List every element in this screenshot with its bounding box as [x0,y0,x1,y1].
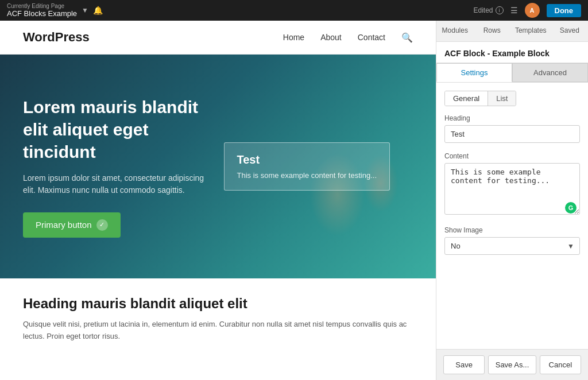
content-textarea[interactable]: This is some example content for testing… [444,163,580,215]
tab-settings[interactable]: Settings [436,63,512,82]
chevron-down-icon[interactable]: ▼ [82,6,88,14]
primary-button[interactable]: Primary button ✓ [23,212,121,238]
tab-saved[interactable]: Saved [551,21,588,41]
tab-modules[interactable]: Modules [436,21,473,41]
heading-field-group: Heading [444,114,580,143]
show-image-select-wrapper: No Yes ▼ [444,237,580,255]
subtab-list[interactable]: List [488,91,516,106]
avatar[interactable]: A [525,3,540,18]
edited-label: Edited i [473,6,503,14]
tab-advanced[interactable]: Advanced [512,63,588,82]
hero-section: Lorem mauris blandit elit aliquet eget t… [0,55,436,278]
show-image-select[interactable]: No Yes [444,237,580,255]
nav-contact[interactable]: Contact [358,33,385,42]
bell-icon[interactable]: 🔔 [93,6,103,15]
acf-block-card: Test This is some example content for te… [224,142,390,191]
grammarly-icon: G [565,202,577,214]
right-panel: Modules Rows Templates Saved ACF Block -… [436,21,588,380]
hero-subtitle: Lorem ipsum dolor sit amet, consectetur … [23,172,216,196]
hero-title: Lorem mauris blandit elit aliquet eget t… [23,96,216,163]
show-image-field-group: Show Image No Yes ▼ [444,226,580,255]
done-button[interactable]: Done [547,4,582,17]
admin-bar-subtitle: Currently Editing Page [7,3,77,9]
acf-block-card-title: Test [237,153,377,166]
tab-rows[interactable]: Rows [473,21,510,41]
section-heading: Heading mauris blandit aliquet elit [23,296,413,312]
main-layout: WordPress Home About Contact 🔍 Lorem mau… [0,21,588,380]
tab-templates[interactable]: Templates [510,21,551,41]
acf-block-card-content: This is some example content for testing… [237,171,377,180]
section-text: Quisque velit nisi, pretium ut lacinia i… [23,319,413,343]
content-section: Heading mauris blandit aliquet elit Quis… [0,278,436,360]
cancel-button[interactable]: Cancel [540,355,581,374]
subtab-general[interactable]: General [445,91,488,106]
info-icon[interactable]: i [496,6,504,14]
check-icon: ✓ [96,219,108,231]
admin-bar-left: Currently Editing Page ACF Blocks Exampl… [7,3,466,18]
admin-bar: Currently Editing Page ACF Blocks Exampl… [0,0,588,21]
admin-bar-page-title: ACF Blocks Example [7,9,77,18]
heading-label: Heading [444,114,580,122]
hero-content: Lorem mauris blandit elit aliquet eget t… [0,73,239,261]
list-icon[interactable]: ☰ [510,6,518,15]
heading-input[interactable] [444,125,580,143]
wp-site-header: WordPress Home About Contact 🔍 [0,21,436,55]
admin-bar-title-group: Currently Editing Page ACF Blocks Exampl… [7,3,77,18]
preview-area: WordPress Home About Contact 🔍 Lorem mau… [0,21,436,380]
content-field-group: Content This is some example content for… [444,152,580,217]
save-button[interactable]: Save [443,355,485,374]
content-label: Content [444,152,580,160]
panel-top-tabs: Modules Rows Templates Saved [436,21,588,42]
textarea-wrapper: This is some example content for testing… [444,163,580,217]
save-as-button[interactable]: Save As... [488,355,536,374]
nav-home[interactable]: Home [283,33,304,42]
nav-about[interactable]: About [320,33,342,42]
wp-logo: WordPress [23,30,90,45]
search-icon[interactable]: 🔍 [401,32,413,43]
block-title: ACF Block - Example Block [436,42,588,63]
panel-footer: Save Save As... Cancel [436,349,588,380]
sub-tabs: General List [444,91,516,106]
show-image-label: Show Image [444,226,580,234]
settings-advanced-tabs: Settings Advanced [436,63,588,83]
wp-nav: Home About Contact 🔍 [283,32,413,43]
panel-body: General List Heading Content This is som… [436,83,588,349]
admin-bar-right: Edited i ☰ A Done [473,3,581,18]
